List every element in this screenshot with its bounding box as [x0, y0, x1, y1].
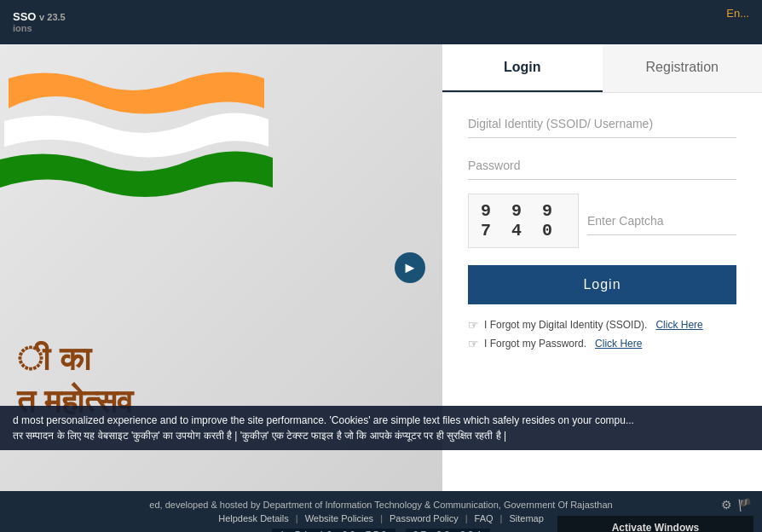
- carousel-next-button[interactable]: ►: [395, 252, 425, 283]
- flag-icon: 🏴: [737, 498, 752, 512]
- header-subtext: ions: [13, 23, 66, 34]
- app-name: SSO: [13, 10, 36, 23]
- footer-link-faq[interactable]: FAQ: [475, 513, 494, 523]
- windows-watermark: Activate Windows Go to Settings to activ…: [557, 516, 753, 532]
- footer-gear-area: ⚙ 🏴: [721, 498, 752, 512]
- flag-graphic: [0, 61, 273, 215]
- footer-link-password-policy[interactable]: Password Policy: [390, 513, 459, 523]
- windows-title: Activate Windows: [566, 521, 745, 532]
- tab-login[interactable]: Login: [442, 44, 603, 92]
- forgot-password-link[interactable]: Click Here: [595, 338, 642, 350]
- footer-link-website-policies[interactable]: Website Policies: [305, 513, 374, 523]
- cookie-text-english: d most personalized experience and to im…: [13, 413, 749, 428]
- finger-icon-2: ☞: [468, 337, 479, 350]
- main-container: ी का त महोत्सव ► Login Registration 9 9 …: [0, 44, 762, 491]
- password-input[interactable]: [468, 152, 736, 180]
- footer: ⚙ 🏴 ed, developed & hosted by Department…: [0, 491, 762, 532]
- app-header: SSO v 23.5 ions En...: [0, 0, 762, 44]
- footer-link-helpdesk[interactable]: Helpdesk Details: [218, 513, 289, 523]
- cookie-text-hindi: तर सम्पादन के लिए यह वेबसाइट 'कुकीज़' का…: [13, 428, 749, 443]
- captcha-input[interactable]: [587, 207, 736, 235]
- password-field-group: [468, 152, 736, 180]
- footer-counters: 1,51,16,60,759 37,38,334: [272, 529, 490, 532]
- forgot-links: ☞ I Forgot my Digital Identity (SSOID). …: [468, 318, 736, 350]
- hindi-line1: ी का: [17, 338, 133, 380]
- gear-icon: ⚙: [721, 498, 732, 512]
- ssoid-input[interactable]: [468, 110, 736, 138]
- forgot-ssoid-item: ☞ I Forgot my Digital Identity (SSOID). …: [468, 318, 736, 332]
- cookie-banner: d most personalized experience and to im…: [0, 406, 762, 450]
- tab-registration[interactable]: Registration: [603, 44, 763, 92]
- login-button[interactable]: Login: [468, 265, 736, 304]
- footer-links: Helpdesk Details | Website Policies | Pa…: [218, 513, 544, 523]
- captcha-image: 9 9 9 7 4 0: [468, 194, 579, 248]
- finger-icon-1: ☞: [468, 318, 479, 332]
- forgot-password-text: I Forgot my Password.: [484, 338, 586, 350]
- counter-today: 37,38,334: [406, 529, 490, 532]
- language-link[interactable]: En...: [713, 0, 762, 26]
- logo-text: SSO v 23.5 ions: [13, 10, 66, 35]
- app-version: v 23.5: [39, 12, 66, 22]
- forgot-ssoid-link[interactable]: Click Here: [655, 319, 702, 331]
- captcha-row: 9 9 9 7 4 0: [468, 194, 736, 248]
- footer-link-sitemap[interactable]: Sitemap: [509, 513, 543, 523]
- counter-total: 1,51,16,60,759: [272, 529, 395, 532]
- footer-main-text: ed, developed & hosted by Department of …: [149, 500, 612, 510]
- forgot-password-item: ☞ I Forgot my Password. Click Here: [468, 337, 736, 350]
- forgot-ssoid-text: I Forgot my Digital Identity (SSOID).: [484, 319, 647, 331]
- tab-bar: Login Registration: [442, 44, 762, 93]
- ssoid-field-group: [468, 110, 736, 138]
